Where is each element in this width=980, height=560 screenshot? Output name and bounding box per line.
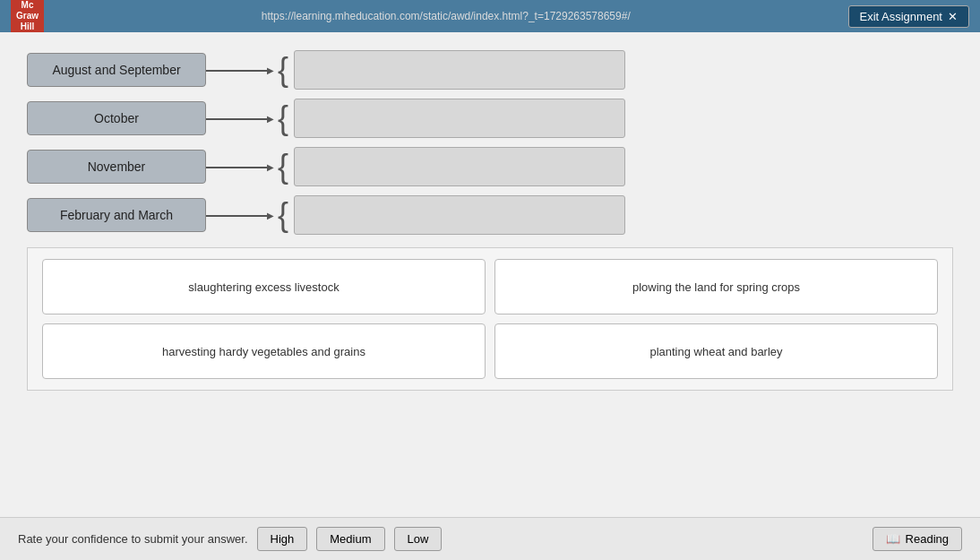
label-august-september: August and September <box>27 53 206 87</box>
reading-button[interactable]: 📖 Reading <box>873 527 962 551</box>
label-february-march: February and March <box>27 198 206 232</box>
top-bar: Mc Graw Hill https://learning.mheducatio… <box>0 0 980 32</box>
option-slaughtering[interactable]: slaughtering excess livestock <box>42 259 486 314</box>
answer-box-2[interactable] <box>294 99 625 138</box>
answer-box-4[interactable] <box>294 195 625 235</box>
reading-label: Reading <box>906 532 949 546</box>
match-row: February and March { <box>27 195 953 235</box>
mc-logo: Mc Graw Hill <box>11 0 44 36</box>
bracket: { <box>278 199 288 231</box>
match-section: August and September { October { Novembe… <box>27 50 953 235</box>
reading-icon: 📖 <box>886 532 900 546</box>
low-confidence-button[interactable]: Low <box>394 527 443 551</box>
bracket: { <box>278 151 288 183</box>
option-harvesting[interactable]: harvesting hardy vegetables and grains <box>42 323 486 379</box>
footer: Rate your confidence to submit your answ… <box>0 517 980 560</box>
label-november: November <box>27 150 206 184</box>
match-row: August and September { <box>27 50 953 90</box>
main-content: August and September { October { Novembe… <box>0 32 980 560</box>
exit-assignment-button[interactable]: Exit Assignment ✕ <box>848 5 970 28</box>
bracket: { <box>278 102 288 134</box>
option-planting[interactable]: planting wheat and barley <box>494 323 938 379</box>
match-row: November { <box>27 147 953 186</box>
match-row: October { <box>27 99 953 138</box>
high-confidence-button[interactable]: High <box>257 527 308 551</box>
bracket: { <box>278 54 288 86</box>
url-bar: https://learning.mheducation.com/static/… <box>44 10 847 22</box>
answer-box-3[interactable] <box>294 147 625 186</box>
confidence-label: Rate your confidence to submit your answ… <box>18 532 248 546</box>
options-area: slaughtering excess livestock plowing th… <box>27 247 953 391</box>
option-plowing[interactable]: plowing the land for spring crops <box>494 259 938 314</box>
medium-confidence-button[interactable]: Medium <box>316 527 384 551</box>
answer-box-1[interactable] <box>294 50 625 90</box>
label-october: October <box>27 101 206 135</box>
